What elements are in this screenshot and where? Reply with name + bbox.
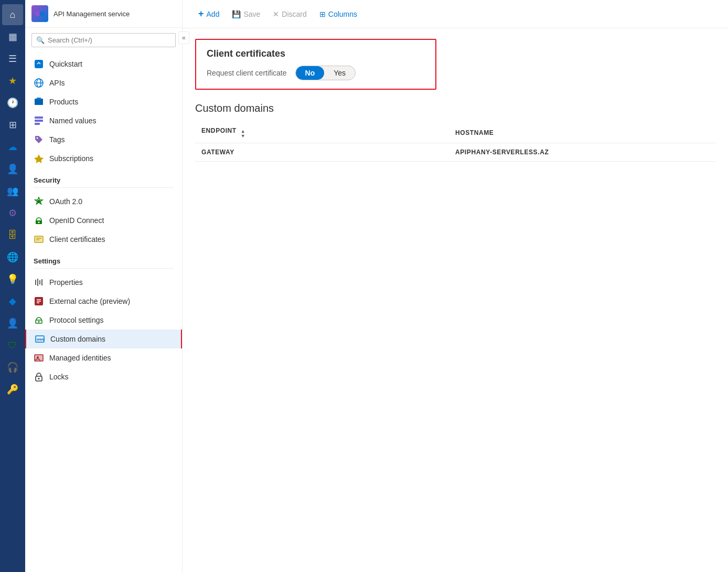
- person2-nav-icon[interactable]: 👤: [2, 313, 23, 334]
- custom-domains-section: Custom domains ENDPOINT ▲▼ HOSTNAME Gate…: [195, 102, 715, 162]
- cert-card-row: Request client certificate No Yes: [207, 66, 425, 80]
- client-certs-label: Client certificates: [49, 235, 105, 243]
- sidebar-item-tags[interactable]: Tags: [25, 130, 182, 149]
- cloud-nav-icon[interactable]: ☁: [2, 136, 23, 157]
- ext-cache-label: External cache (preview): [49, 297, 130, 305]
- discard-label: Discard: [282, 10, 306, 18]
- sidebar-item-products[interactable]: Products: [25, 92, 182, 111]
- sidebar-item-protocol-settings[interactable]: Protocol settings: [25, 311, 182, 330]
- subscriptions-label: Subscriptions: [49, 154, 93, 163]
- tags-label: Tags: [49, 135, 65, 144]
- database-nav-icon[interactable]: 🗄: [2, 225, 23, 246]
- protocol-settings-icon: [34, 315, 44, 325]
- sidebar-item-locks[interactable]: Locks: [25, 367, 182, 386]
- apis-label: APIs: [49, 79, 65, 87]
- columns-label: Columns: [328, 10, 357, 18]
- svg-rect-2: [35, 60, 43, 68]
- custom-domains-title: Custom domains: [195, 102, 715, 114]
- properties-icon: [34, 277, 44, 288]
- client-certificates-card: Client certificates Request client certi…: [195, 39, 436, 90]
- apis-icon: [34, 78, 44, 88]
- collapse-sidebar-button[interactable]: «: [178, 31, 189, 44]
- sidebar-item-quickstart[interactable]: Quickstart: [25, 55, 182, 73]
- products-label: Products: [49, 98, 78, 106]
- group-nav-icon[interactable]: 👥: [2, 181, 23, 202]
- svg-rect-22: [41, 279, 42, 285]
- products-icon: [34, 97, 44, 107]
- service-title: API Management service: [53, 10, 130, 18]
- diamond-nav-icon[interactable]: ◆: [2, 291, 23, 312]
- headset-nav-icon[interactable]: 🎧: [2, 357, 23, 378]
- toggle-yes[interactable]: Yes: [324, 66, 355, 80]
- svg-point-11: [37, 137, 38, 139]
- cert-toggle[interactable]: No Yes: [295, 66, 356, 80]
- endpoint-column-header[interactable]: ENDPOINT ▲▼: [201, 127, 455, 139]
- cert-card-title: Client certificates: [207, 48, 425, 59]
- svg-rect-8: [35, 116, 43, 119]
- toggle-no[interactable]: No: [296, 66, 325, 80]
- settings-section-label: Settings: [25, 249, 182, 268]
- gateway-hostname-cell: apiphany-serverless.az: [455, 149, 709, 156]
- managed-identities-icon: [34, 353, 44, 363]
- sidebar-item-apis[interactable]: APIs: [25, 73, 182, 92]
- search-input[interactable]: [48, 36, 171, 44]
- menu-nav-icon[interactable]: ☰: [2, 48, 23, 69]
- sidebar-item-client-certs[interactable]: Client certificates: [25, 230, 182, 249]
- discard-button[interactable]: ✕ Discard: [267, 7, 312, 22]
- svg-text:www: www: [36, 337, 45, 341]
- sidebar-nav: Quickstart APIs Products Named values Ta…: [25, 52, 182, 388]
- sidebar-item-oauth[interactable]: OAuth 2.0: [25, 192, 182, 211]
- sidebar-item-managed-identities[interactable]: Managed identities: [25, 348, 182, 367]
- hostname-column-header: HOSTNAME: [455, 129, 709, 136]
- sidebar-item-named-values[interactable]: Named values: [25, 111, 182, 130]
- shield-nav-icon[interactable]: 🛡: [2, 335, 23, 356]
- sidebar-item-subscriptions[interactable]: Subscriptions: [25, 149, 182, 168]
- properties-label: Properties: [49, 278, 83, 287]
- quickstart-icon: [34, 59, 44, 69]
- gear-nav-icon[interactable]: ⚙: [2, 203, 23, 224]
- add-button[interactable]: + Add: [193, 5, 224, 23]
- service-logo: [31, 5, 48, 22]
- sidebar-item-properties[interactable]: Properties: [25, 273, 182, 292]
- search-box[interactable]: 🔍: [31, 33, 176, 47]
- oauth-label: OAuth 2.0: [49, 197, 82, 206]
- custom-domains-label: Custom domains: [50, 335, 105, 343]
- svg-marker-12: [34, 154, 44, 163]
- gateway-endpoint-cell: Gateway: [201, 149, 455, 156]
- columns-button[interactable]: ⊞ Columns: [314, 7, 362, 22]
- openid-icon: [34, 215, 44, 226]
- person-nav-icon[interactable]: 👤: [2, 158, 23, 179]
- client-certs-icon: [34, 234, 44, 245]
- svg-point-25: [38, 321, 40, 323]
- endpoint-sort-icons[interactable]: ▲▼: [241, 129, 246, 139]
- cert-request-label: Request client certificate: [207, 69, 287, 77]
- svg-point-31: [38, 378, 40, 379]
- save-button[interactable]: 💾 Save: [227, 7, 265, 22]
- svg-rect-7: [37, 98, 41, 100]
- table-row[interactable]: Gateway apiphany-serverless.az: [195, 143, 715, 162]
- recent-nav-icon[interactable]: 🕐: [2, 92, 23, 113]
- key-nav-icon[interactable]: 🔑: [2, 379, 23, 400]
- sidebar-item-ext-cache[interactable]: External cache (preview): [25, 292, 182, 311]
- tags-icon: [34, 134, 44, 145]
- bulb-nav-icon[interactable]: 💡: [2, 269, 23, 290]
- sidebar: API Management service 🔍 Quickstart APIs…: [25, 0, 183, 572]
- add-label: Add: [207, 10, 220, 18]
- home-nav-icon[interactable]: ⌂: [2, 4, 23, 25]
- save-icon: 💾: [232, 10, 241, 18]
- svg-rect-21: [39, 280, 40, 284]
- sidebar-item-custom-domains[interactable]: www Custom domains: [25, 330, 182, 348]
- svg-point-15: [38, 221, 40, 223]
- network-nav-icon[interactable]: 🌐: [2, 247, 23, 268]
- dashboard-nav-icon[interactable]: ▦: [2, 26, 23, 47]
- svg-rect-16: [35, 236, 43, 242]
- main-content: + Add 💾 Save ✕ Discard ⊞ Columns Client …: [183, 0, 728, 572]
- svg-rect-19: [35, 280, 36, 285]
- sidebar-item-openid[interactable]: OpenID Connect: [25, 211, 182, 230]
- favorites-nav-icon[interactable]: ★: [2, 70, 23, 91]
- discard-icon: ✕: [273, 10, 279, 18]
- custom-domains-icon: www: [35, 334, 45, 344]
- ext-cache-icon: [34, 296, 44, 306]
- svg-rect-9: [35, 120, 43, 122]
- grid-nav-icon[interactable]: ⊞: [2, 114, 23, 135]
